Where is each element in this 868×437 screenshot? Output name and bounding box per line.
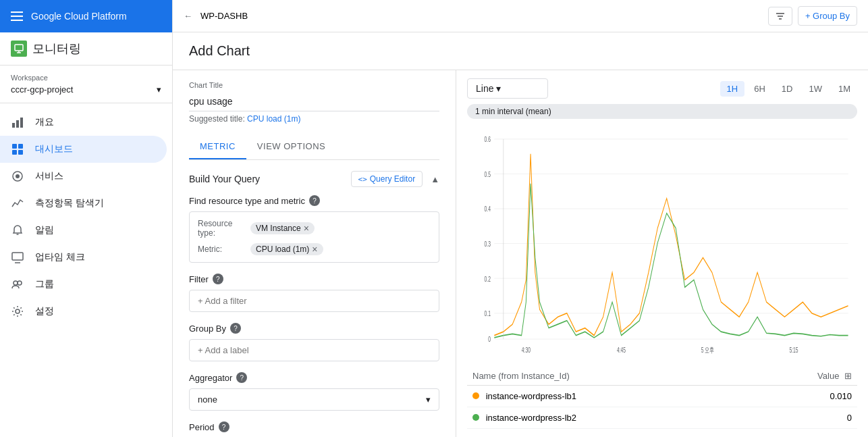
bell-icon <box>11 224 24 237</box>
sidebar-item-alerts[interactable]: 알림 <box>0 217 167 244</box>
dashboard-name: WP-DASHB <box>200 11 248 21</box>
code-icon: <> <box>358 175 367 184</box>
hamburger-menu[interactable] <box>11 11 23 21</box>
time-btn-1w[interactable]: 1W <box>802 81 829 97</box>
aggregator-help[interactable]: ? <box>236 372 247 383</box>
aggregator-select[interactable]: none ▾ <box>189 388 439 411</box>
gear-icon <box>11 305 24 318</box>
time-btn-6h[interactable]: 6H <box>747 81 772 97</box>
services-icon <box>11 170 24 183</box>
svg-rect-6 <box>12 144 17 149</box>
app-name: Google Cloud Platform <box>31 11 127 22</box>
legend-name-header: Name (from Instance_Id) <box>467 367 747 386</box>
svg-rect-13 <box>12 253 23 260</box>
query-panel: Chart Title Suggested title: CPU load (1… <box>173 70 456 437</box>
add-chart-title: Add Chart <box>173 32 868 70</box>
nav-label-overview: 개요 <box>35 116 54 128</box>
chart-area: 0.6 0.5 0.4 0.3 0.2 0.1 0 4:30 4:45 5 오후… <box>467 124 857 361</box>
svg-text:0.4: 0.4 <box>485 205 491 213</box>
tab-view-options[interactable]: VIEW OPTIONS <box>246 134 336 159</box>
workspace-value: cccr-gcp-project <box>11 84 73 95</box>
aggregator-title: Aggregator ? <box>189 372 439 383</box>
svg-text:0.6: 0.6 <box>485 136 491 144</box>
time-btn-1h[interactable]: 1H <box>720 81 745 97</box>
filter-section: Filter ? <box>189 274 439 312</box>
workspace-chevron: ▾ <box>157 84 161 95</box>
group-by-help[interactable]: ? <box>230 323 241 334</box>
back-button[interactable]: ← <box>184 11 192 21</box>
workspace-selector[interactable]: Workspace cccr-gcp-project ▾ <box>0 66 172 103</box>
svg-rect-7 <box>18 144 23 149</box>
chart-controls: Line ▾ 1H 6H 1D 1W 1M <box>467 78 857 99</box>
monitor-title: 모니터링 <box>32 41 81 57</box>
metric-row: Metric: CPU load (1m) × <box>198 243 431 255</box>
tabs: METRIC VIEW OPTIONS <box>189 134 439 160</box>
metric-chip: CPU load (1m) × <box>250 243 323 255</box>
metric-value: CPU load (1m) <box>256 245 309 254</box>
svg-rect-9 <box>18 150 23 155</box>
find-resource-title: Find resource type and metric ? <box>189 195 439 206</box>
sidebar-header: Google Cloud Platform <box>0 0 172 32</box>
svg-text:0.1: 0.1 <box>485 309 491 317</box>
time-buttons: 1H 6H 1D 1W 1M <box>720 81 857 97</box>
grid-icon <box>11 143 24 156</box>
chart-type-chevron: ▾ <box>496 83 501 94</box>
sidebar-item-overview[interactable]: 개요 <box>0 109 167 136</box>
nav-label-metrics: 측정항목 탐색기 <box>35 197 104 209</box>
legend-row-lb1: instance-wordpress-lb1 0.010 <box>467 386 857 407</box>
chart-type-select[interactable]: Line ▾ <box>467 78 548 99</box>
chart-svg: 0.6 0.5 0.4 0.3 0.2 0.1 0 4:30 4:45 5 오후… <box>467 124 857 361</box>
columns-icon[interactable]: ⊞ <box>844 371 852 381</box>
suggested-title-link[interactable]: CPU load (1m) <box>247 114 300 124</box>
nav-label-dashboard: 대시보드 <box>35 143 73 155</box>
filter-help[interactable]: ? <box>213 274 223 284</box>
add-chart-body: Chart Title Suggested title: CPU load (1… <box>173 70 868 437</box>
filter-input[interactable] <box>189 290 439 312</box>
group-by-input[interactable] <box>189 339 439 361</box>
resource-metric-box: Resource type: VM Instance × Metric: CPU… <box>189 211 439 263</box>
sidebar-item-settings[interactable]: 설정 <box>0 298 167 325</box>
svg-text:5:15: 5:15 <box>789 346 798 354</box>
find-resource-help[interactable]: ? <box>309 195 320 206</box>
sidebar-item-uptime[interactable]: 업타임 체크 <box>0 244 167 271</box>
topbar-actions: + Group By <box>768 6 857 26</box>
sidebar-item-dashboard[interactable]: 대시보드 <box>0 136 167 163</box>
resource-type-remove[interactable]: × <box>304 224 309 233</box>
workspace-select[interactable]: cccr-gcp-project ▾ <box>11 84 161 95</box>
svg-rect-4 <box>16 120 19 128</box>
nav-label-alerts: 알림 <box>35 224 54 236</box>
legend-value-lb2: 0 <box>747 407 857 429</box>
time-btn-1m[interactable]: 1M <box>832 81 857 97</box>
group-by-title: Group By ? <box>189 323 439 334</box>
svg-text:0.3: 0.3 <box>485 240 491 248</box>
legend-color-lb2 <box>472 414 479 421</box>
legend-row-lb2: instance-wordpress-lb2 0 <box>467 407 857 429</box>
resource-type-chip: VM Instance × <box>250 222 315 234</box>
period-help[interactable]: ? <box>219 421 229 432</box>
query-editor-button[interactable]: <> Query Editor <box>351 171 423 187</box>
svg-point-16 <box>18 281 22 285</box>
sidebar-item-groups[interactable]: 그룹 <box>0 271 167 298</box>
svg-rect-8 <box>12 150 17 155</box>
metric-remove[interactable]: × <box>312 245 317 254</box>
sidebar-item-services[interactable]: 서비스 <box>0 163 167 190</box>
chart-title-label: Chart Title <box>189 81 439 89</box>
legend-value-header: Value ⊞ <box>747 367 857 386</box>
filter-button[interactable] <box>768 7 792 26</box>
aggregator-chevron: ▾ <box>426 394 431 405</box>
monitor-uptime-icon <box>11 251 24 264</box>
legend-value-lb1: 0.010 <box>747 386 857 407</box>
svg-point-17 <box>16 309 20 313</box>
period-section: Period ? <box>189 421 439 432</box>
group-by-button[interactable]: + Group By <box>798 6 857 26</box>
time-btn-1d[interactable]: 1D <box>775 81 800 97</box>
sidebar-item-metrics[interactable]: 측정항목 탐색기 <box>0 190 167 217</box>
dashboard-topbar: ← WP-DASHB + Group By <box>173 0 868 32</box>
tab-metric[interactable]: METRIC <box>189 134 246 159</box>
chart-title-input[interactable] <box>189 92 439 111</box>
svg-text:0.5: 0.5 <box>485 170 491 178</box>
query-editor-label: Query Editor <box>370 174 415 184</box>
chart-title-section: Chart Title Suggested title: CPU load (1… <box>189 81 439 124</box>
suggested-title: Suggested title: CPU load (1m) <box>189 114 439 124</box>
collapse-button[interactable]: ▲ <box>431 174 439 184</box>
